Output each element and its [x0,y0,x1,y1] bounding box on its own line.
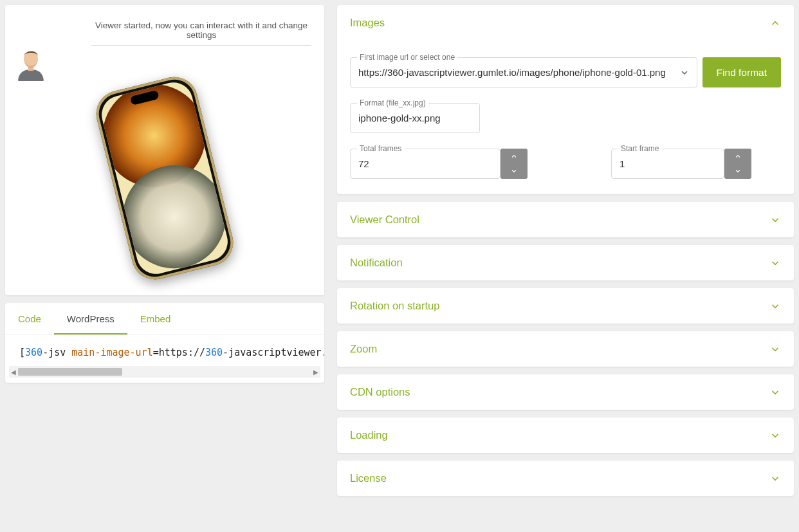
tab-code[interactable]: Code [5,303,54,335]
total-frames-increment[interactable] [501,149,528,164]
section-images-title: Images [350,17,385,29]
chevron-down-icon[interactable] [673,58,697,87]
start-frame-decrement[interactable] [724,164,751,179]
section-cdn: CDN options [337,374,794,410]
code-snippet[interactable]: [360-jsv main-image-url=https://360-java… [5,335,324,362]
viewer-status-message: Viewer started, now you can interact wit… [91,21,311,46]
tab-embed[interactable]: Embed [127,303,184,335]
start-frame-increment[interactable] [724,149,751,164]
total-frames-stepper: Total frames [350,149,528,179]
section-viewer-control: Viewer Control [337,202,794,237]
start-frame-input[interactable] [612,149,724,178]
scrollbar-thumb[interactable] [18,368,122,376]
chevron-down-icon [769,430,781,441]
section-zoom: Zoom [337,331,794,367]
chevron-down-icon [769,214,781,226]
section-notification-toggle[interactable]: Notification [337,245,794,280]
start-frame-label: Start frame [618,144,661,153]
first-image-url-select[interactable]: First image url or select one [350,57,697,87]
find-format-button[interactable]: Find format [703,57,781,87]
viewer-panel: Viewer started, now you can interact wit… [5,5,324,295]
code-horizontal-scrollbar[interactable]: ◀ ▶ [9,366,320,378]
section-license-toggle[interactable]: License [337,461,794,496]
section-zoom-toggle[interactable]: Zoom [337,331,794,367]
total-frames-input[interactable] [351,149,500,178]
chevron-down-icon [769,257,781,269]
section-loading-toggle[interactable]: Loading [337,417,794,453]
section-images: Images First image url or select one Fin… [337,5,794,194]
chevron-down-icon [769,344,781,355]
section-license: License [337,461,794,496]
output-tabs: Code WordPress Embed [5,303,324,335]
section-notification: Notification [337,245,794,280]
section-loading-title: Loading [350,429,388,441]
section-cdn-title: CDN options [350,386,410,398]
total-frames-label: Total frames [357,144,404,153]
section-zoom-title: Zoom [350,343,377,355]
chevron-down-icon [769,387,781,398]
chevron-up-icon [769,17,781,29]
section-license-title: License [350,472,387,484]
first-image-url-label: First image url or select one [357,53,457,62]
section-notification-title: Notification [350,257,403,269]
scroll-right-icon[interactable]: ▶ [311,367,320,376]
product-preview-image [91,72,238,284]
section-viewer-control-toggle[interactable]: Viewer Control [337,202,794,237]
section-rotation-title: Rotation on startup [350,300,439,312]
code-output-panel: Code WordPress Embed [360-jsv main-image… [5,303,324,383]
section-viewer-control-title: Viewer Control [350,214,419,226]
tab-wordpress[interactable]: WordPress [54,303,127,335]
section-loading: Loading [337,417,794,453]
chevron-down-icon [769,473,781,484]
format-input[interactable] [351,104,479,133]
viewer-360-stage[interactable] [13,69,317,288]
chevron-down-icon [769,300,781,312]
section-rotation: Rotation on startup [337,288,794,324]
first-image-url-input[interactable] [351,58,673,87]
format-label: Format (file_xx.jpg) [357,98,428,107]
total-frames-decrement[interactable] [501,164,528,179]
section-cdn-toggle[interactable]: CDN options [337,374,794,410]
section-images-toggle[interactable]: Images [337,5,794,41]
section-rotation-toggle[interactable]: Rotation on startup [337,288,794,324]
format-field: Format (file_xx.jpg) [350,103,480,133]
avatar [15,42,46,81]
scroll-left-icon[interactable]: ◀ [9,367,18,376]
start-frame-stepper: Start frame [611,149,751,179]
